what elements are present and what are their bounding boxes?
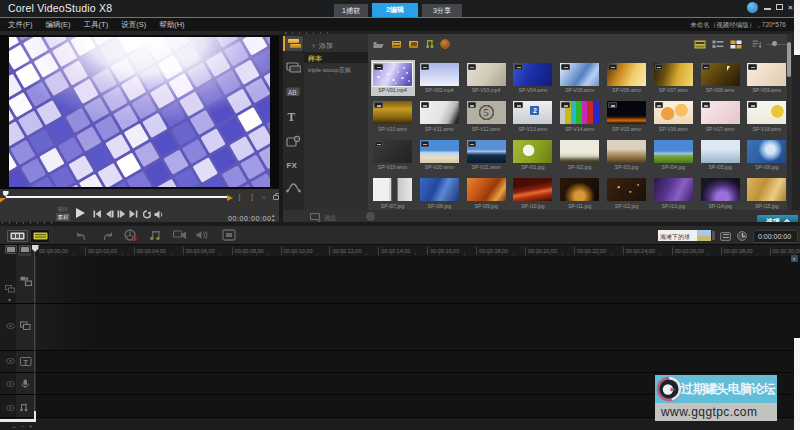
svg-text:T: T <box>24 358 29 365</box>
svg-text:FX: FX <box>287 161 298 169</box>
svg-text:T: T <box>288 111 296 122</box>
svg-text:AB: AB <box>288 89 297 96</box>
